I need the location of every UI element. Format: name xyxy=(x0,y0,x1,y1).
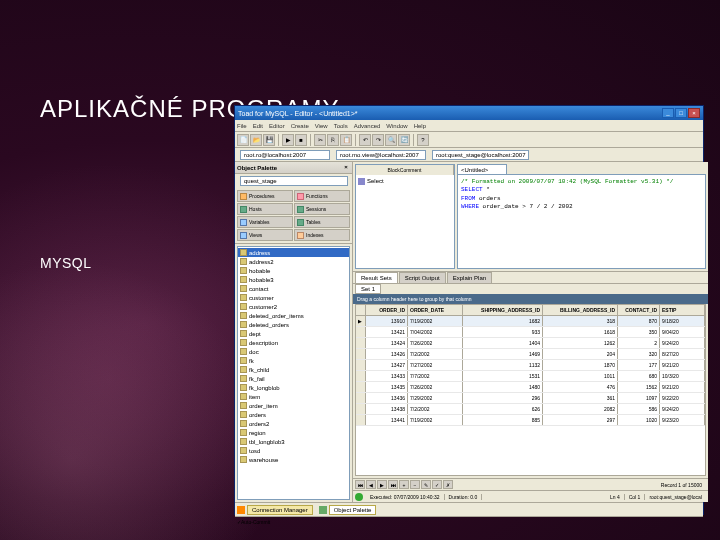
redo-icon[interactable]: ↷ xyxy=(372,134,384,146)
tree-item[interactable]: description xyxy=(238,338,349,347)
col-header[interactable]: ESTIP xyxy=(660,305,705,315)
table-row[interactable]: ▶139107/19/200216823188709/18/20 xyxy=(356,316,705,327)
tree-item[interactable]: tbl_longblob3 xyxy=(238,437,349,446)
open-icon[interactable]: 📂 xyxy=(250,134,262,146)
obj-tab-variables[interactable]: Variables xyxy=(237,216,293,228)
tree-item[interactable]: doc xyxy=(238,347,349,356)
menu-tools[interactable]: Tools xyxy=(334,123,348,129)
tree-item[interactable]: deleted_order_items xyxy=(238,311,349,320)
menu-help[interactable]: Help xyxy=(414,123,426,129)
side-tab-block[interactable]: BlockComment xyxy=(356,165,454,175)
menu-file[interactable]: File xyxy=(237,123,247,129)
help-icon[interactable]: ? xyxy=(417,134,429,146)
table-row[interactable]: 134267/2/200214692043208/27/20 xyxy=(356,349,705,360)
tab-explain-plan[interactable]: Explain Plan xyxy=(447,272,492,283)
connection-1[interactable]: root.ro@localhost:2007 xyxy=(240,150,330,160)
tree-item[interactable]: region xyxy=(238,428,349,437)
new-icon[interactable]: 📄 xyxy=(237,134,249,146)
tree-item[interactable]: fk_child xyxy=(238,365,349,374)
menu-view[interactable]: View xyxy=(315,123,328,129)
tree-item[interactable]: order_item xyxy=(238,401,349,410)
col-header[interactable]: CONTACT_ID xyxy=(618,305,660,315)
paste-icon[interactable]: 📋 xyxy=(340,134,352,146)
obj-tab-hosts[interactable]: Hosts xyxy=(237,203,293,215)
nav-delete-icon[interactable]: − xyxy=(410,480,420,489)
save-icon[interactable]: 💾 xyxy=(263,134,275,146)
cut-icon[interactable]: ✂ xyxy=(314,134,326,146)
tree-item[interactable]: hobable3 xyxy=(238,275,349,284)
panel-close-icon[interactable]: × xyxy=(342,164,350,172)
nav-commit-icon[interactable]: ✓ xyxy=(432,480,442,489)
nav-add-icon[interactable]: + xyxy=(399,480,409,489)
col-header[interactable]: ORDER_DATE xyxy=(408,305,463,315)
menu-window[interactable]: Window xyxy=(386,123,407,129)
editor-tab[interactable]: <Untitled> xyxy=(457,164,507,174)
table-row[interactable]: 134417/19/200288529710209/23/20 xyxy=(356,415,705,426)
tree-item[interactable]: customer xyxy=(238,293,349,302)
nav-next-icon[interactable]: ▶ xyxy=(377,480,387,489)
tab-object-palette[interactable]: Object Palette xyxy=(329,505,377,515)
table-row[interactable]: 134387/2/200262620825869/24/20 xyxy=(356,404,705,415)
tree-item[interactable]: deleted_orders xyxy=(238,320,349,329)
nav-first-icon[interactable]: ⏮ xyxy=(355,480,365,489)
col-header[interactable]: SHIPPING_ADDRESS_ID xyxy=(463,305,543,315)
nav-cancel-icon[interactable]: ✗ xyxy=(443,480,453,489)
col-header[interactable]: ORDER_ID xyxy=(366,305,408,315)
nav-edit-icon[interactable]: ✎ xyxy=(421,480,431,489)
side-item-select[interactable]: Select xyxy=(358,177,452,185)
schema-dropdown[interactable]: quest_stage xyxy=(240,176,348,186)
tab-script-output[interactable]: Script Output xyxy=(399,272,446,283)
table-row[interactable]: 134357/26/2002148047615629/21/20 xyxy=(356,382,705,393)
menu-edit[interactable]: Edit xyxy=(253,123,263,129)
close-button[interactable]: × xyxy=(688,108,700,118)
tree-item[interactable]: hobable xyxy=(238,266,349,275)
tree-item[interactable]: fk_fail xyxy=(238,374,349,383)
tree-item[interactable]: warehouse xyxy=(238,455,349,464)
obj-tab-views[interactable]: Views xyxy=(237,229,293,241)
nav-prev-icon[interactable]: ◀ xyxy=(366,480,376,489)
obj-tab-procedures[interactable]: Procedures xyxy=(237,190,293,202)
tree-item[interactable]: orders xyxy=(238,410,349,419)
tree-item[interactable]: item xyxy=(238,392,349,401)
tab-result-sets[interactable]: Result Sets xyxy=(355,272,398,283)
obj-tab-functions[interactable]: Functions xyxy=(294,190,350,202)
refresh-icon[interactable]: 🔄 xyxy=(398,134,410,146)
table-row[interactable]: 134367/29/200229636110979/22/20 xyxy=(356,393,705,404)
tree-item[interactable]: customer2 xyxy=(238,302,349,311)
copy-icon[interactable]: ⎘ xyxy=(327,134,339,146)
col-header[interactable]: BILLING_ADDRESS_ID xyxy=(543,305,618,315)
menu-create[interactable]: Create xyxy=(291,123,309,129)
tree-item[interactable]: contact xyxy=(238,284,349,293)
tab-set1[interactable]: Set 1 xyxy=(355,284,381,294)
maximize-button[interactable]: □ xyxy=(675,108,687,118)
tree-item[interactable]: dept xyxy=(238,329,349,338)
run-icon[interactable]: ▶ xyxy=(282,134,294,146)
connection-3[interactable]: root:quest_stage@localhost:2007 xyxy=(432,150,529,160)
obj-tab-indexes[interactable]: Indexes xyxy=(294,229,350,241)
connection-2[interactable]: root.mo.view@localhost:2007 xyxy=(336,150,426,160)
stop-icon[interactable]: ■ xyxy=(295,134,307,146)
menu-editor[interactable]: Editor xyxy=(269,123,285,129)
menu-advanced[interactable]: Advanced xyxy=(354,123,381,129)
object-tree[interactable]: addressaddress2hobablehobable3contactcus… xyxy=(237,246,350,500)
minimize-button[interactable]: _ xyxy=(662,108,674,118)
obj-tab-tables[interactable]: Tables xyxy=(294,216,350,228)
result-grid[interactable]: ORDER_IDORDER_DATESHIPPING_ADDRESS_IDBIL… xyxy=(355,304,706,476)
table-row[interactable]: 134217/04/200293316183509/04/20 xyxy=(356,327,705,338)
sql-editor[interactable]: /* Formatted on 2009/07/07 10:42 (MySQL … xyxy=(457,174,706,269)
obj-tab-sessions[interactable]: Sessions xyxy=(294,203,350,215)
tree-item[interactable]: address2 xyxy=(238,257,349,266)
tree-item[interactable]: tosd xyxy=(238,446,349,455)
table-row[interactable]: 134337/7/20021531101168010/3/20 xyxy=(356,371,705,382)
tab-connection-manager[interactable]: Connection Manager xyxy=(247,505,313,515)
nav-last-icon[interactable]: ⏭ xyxy=(388,480,398,489)
table-row[interactable]: 134247/26/20021404126229/24/20 xyxy=(356,338,705,349)
tree-item[interactable]: fk_longblob xyxy=(238,383,349,392)
tree-item[interactable]: fk xyxy=(238,356,349,365)
table-row[interactable]: 134277/27/2002113218701779/21/20 xyxy=(356,360,705,371)
tree-item[interactable]: orders2 xyxy=(238,419,349,428)
tree-item[interactable]: address xyxy=(238,248,349,257)
search-icon[interactable]: 🔍 xyxy=(385,134,397,146)
undo-icon[interactable]: ↶ xyxy=(359,134,371,146)
titlebar[interactable]: Toad for MySQL - Editor - <Untitled1>* _… xyxy=(235,106,703,120)
